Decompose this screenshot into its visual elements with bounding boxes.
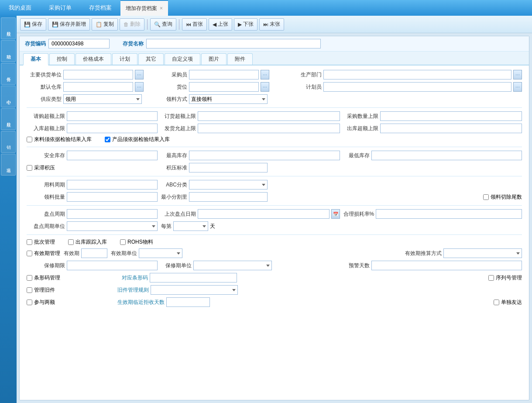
expiry-calc-select[interactable] xyxy=(443,248,522,258)
track-checkbox[interactable] xyxy=(68,239,74,245)
location-lookup-btn[interactable]: ⋯ xyxy=(261,82,269,92)
save-new-icon: 💾 xyxy=(52,21,58,28)
expiry-unit-select[interactable] xyxy=(139,248,182,258)
min-stock-input[interactable] xyxy=(371,151,522,160)
count-unit-select[interactable] xyxy=(67,221,158,231)
delete-button[interactable]: 🗑 删除 xyxy=(120,18,144,31)
old-rule-select[interactable] xyxy=(151,285,238,295)
buyer-lookup-btn[interactable]: ⋯ xyxy=(261,70,269,79)
barcode-mgmt-checkbox[interactable] xyxy=(27,275,32,281)
single-friendly-checkbox[interactable] xyxy=(494,300,499,305)
pick-method-select[interactable]: 直接领料领料单调拨 xyxy=(189,94,268,104)
tab-other[interactable]: 其它 xyxy=(138,53,164,65)
buyer-input[interactable] xyxy=(189,70,259,79)
tab-control[interactable]: 控制 xyxy=(49,53,75,65)
dept-input[interactable] xyxy=(323,70,511,79)
save-new-button[interactable]: 💾 保存并新增 xyxy=(48,18,90,31)
product-check-checkbox[interactable] xyxy=(105,137,110,142)
supplier-lookup-btn[interactable]: ⋯ xyxy=(135,70,144,79)
expire-collect-input[interactable] xyxy=(166,297,210,307)
ship-over-input[interactable] xyxy=(198,124,340,133)
last-button[interactable]: ⏭ 末张 xyxy=(259,18,284,31)
warehouse-input[interactable] xyxy=(63,82,133,92)
count-cycle-input[interactable] xyxy=(67,209,158,219)
batch-mgmt-checkbox[interactable] xyxy=(27,239,32,245)
tab-basic[interactable]: 基本 xyxy=(23,53,48,65)
serial-mgmt-checkbox[interactable] xyxy=(488,275,494,281)
row-pick-batch: 领料批量 最小分割里 领料切除尾数 xyxy=(27,192,522,202)
close-tab-icon[interactable]: × xyxy=(160,5,163,11)
nav-add-inventory[interactable]: 增加存货档案 × xyxy=(120,0,168,16)
planner-input[interactable] xyxy=(323,82,511,92)
first-label: 首张 xyxy=(192,21,203,28)
issue-over-input[interactable] xyxy=(380,124,522,133)
nav-inventory[interactable]: 存货档案 xyxy=(80,0,120,16)
supplier-label: 主要供货单位 xyxy=(27,71,62,79)
min-split-input[interactable] xyxy=(189,192,268,202)
sidebar-item-nav2[interactable]: 导航 xyxy=(1,108,16,130)
next-icon: ▶ xyxy=(238,21,242,28)
row-usage-cycle: 用料周期 ABC分类 ABC xyxy=(27,180,522,189)
save-icon: 💾 xyxy=(24,21,31,28)
tab-plan[interactable]: 计划 xyxy=(112,53,137,65)
order-over-input[interactable] xyxy=(198,111,340,121)
last-count-input[interactable] xyxy=(198,209,329,219)
expiry-mgmt-checkbox[interactable] xyxy=(27,251,32,256)
first-icon: ⏮ xyxy=(186,21,191,28)
sidebar-item-sales[interactable]: 销 xyxy=(1,131,16,153)
first-button[interactable]: ⏮ 首张 xyxy=(182,18,207,31)
pick-trim-checkbox[interactable] xyxy=(483,194,489,200)
location-input[interactable] xyxy=(189,82,259,92)
supplier-input[interactable] xyxy=(63,70,133,79)
tab-price-cost[interactable]: 价格成本 xyxy=(76,53,111,65)
abc-select[interactable]: ABC xyxy=(189,180,268,189)
nav-purchase-order[interactable]: 采购订单 xyxy=(40,0,80,16)
last-count-calendar-btn[interactable]: 📅 xyxy=(331,209,340,219)
safety-stock-input[interactable] xyxy=(67,151,158,160)
sidebar-item-exit[interactable]: 退出 xyxy=(1,154,16,176)
purchase-qty-input[interactable] xyxy=(380,111,522,121)
copy-button[interactable]: 📋 复制 xyxy=(92,18,118,31)
max-stock-input[interactable] xyxy=(189,151,340,160)
warehouse-lookup-btn[interactable]: ⋯ xyxy=(135,82,144,92)
req-over-input[interactable] xyxy=(67,111,158,121)
sidebar-item-center[interactable]: 中心 xyxy=(1,86,16,107)
query-button[interactable]: 🔍 查询 xyxy=(150,18,176,31)
tab-image[interactable]: 图片 xyxy=(201,53,227,65)
dept-lookup-btn[interactable]: ⋯ xyxy=(513,70,522,79)
name-input[interactable] xyxy=(146,39,321,48)
pressure-std-input[interactable] xyxy=(189,163,268,172)
recv-over-label: 入库超额上限 xyxy=(27,125,65,132)
tab-custom[interactable]: 自定义项 xyxy=(165,53,200,65)
manage-old-checkbox[interactable] xyxy=(27,287,32,293)
planner-lookup-btn[interactable]: ⋯ xyxy=(513,82,522,92)
row-barcode: 条形码管理 对应条形码 序列号管理 xyxy=(27,273,522,282)
ship-over-label: 发货允超上限 xyxy=(161,125,196,132)
check-in-checkbox[interactable] xyxy=(27,137,32,142)
sidebar-item-nav1[interactable]: 导航 xyxy=(1,17,16,39)
supply-type-select[interactable]: 领用采购自制 xyxy=(63,94,142,104)
warranty-unit-select[interactable] xyxy=(193,261,272,270)
sidebar-item-func[interactable]: 功能 xyxy=(1,40,16,62)
backlog-checkbox[interactable] xyxy=(27,165,32,171)
every-nth-select[interactable] xyxy=(173,221,208,231)
code-input[interactable] xyxy=(48,39,110,48)
pick-batch-input[interactable] xyxy=(67,192,158,202)
prev-button[interactable]: ◀ 上张 xyxy=(209,18,232,31)
every-nth-label: 每第 xyxy=(161,223,172,230)
sidebar-item-task[interactable]: 任务 xyxy=(1,63,16,85)
warranty-input[interactable] xyxy=(67,261,158,270)
save-button[interactable]: 💾 保存 xyxy=(20,18,46,31)
loss-rate-input[interactable] xyxy=(376,209,522,219)
rohs-checkbox[interactable] xyxy=(120,239,126,245)
participate-checkbox[interactable] xyxy=(27,300,32,305)
nav-desktop[interactable]: 我的桌面 xyxy=(0,0,40,16)
next-button[interactable]: ▶ 下张 xyxy=(234,18,257,31)
recv-over-input[interactable] xyxy=(67,124,158,133)
expiry-input[interactable] xyxy=(81,248,107,258)
usage-cycle-input[interactable] xyxy=(67,180,158,189)
product-check-label: 产品须依据检验结果入库 xyxy=(112,136,170,143)
tab-attachment[interactable]: 附件 xyxy=(227,53,253,65)
warning-days-input[interactable] xyxy=(371,261,522,270)
barcode-input[interactable] xyxy=(150,273,237,282)
